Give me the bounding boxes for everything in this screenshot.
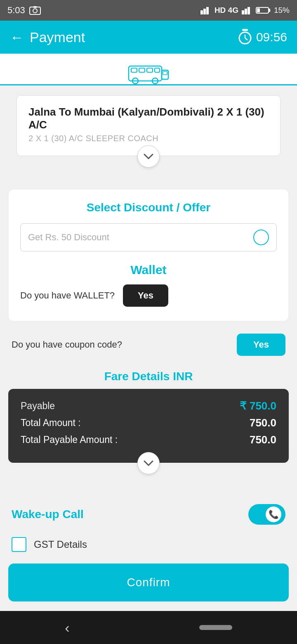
svg-rect-0 xyxy=(30,7,40,14)
wallet-question: Do you have WALLET? xyxy=(20,290,115,301)
wallet-row: Do you have WALLET? Yes xyxy=(20,284,277,307)
gst-checkbox[interactable] xyxy=(12,537,26,552)
discount-input-row[interactable]: Get Rs. 50 Discount xyxy=(20,223,277,251)
fare-payable-label: Payable xyxy=(21,400,55,412)
discount-section: Select Discount / Offer Get Rs. 50 Disco… xyxy=(8,189,289,321)
fare-total-value: 750.0 xyxy=(250,417,276,429)
fare-total-label: Total Amount : xyxy=(21,417,81,429)
header-left: ← Payment xyxy=(10,29,85,45)
journey-expand-button[interactable] xyxy=(137,145,160,168)
svg-rect-19 xyxy=(155,68,160,72)
coupon-question: Do you have coupon code? xyxy=(12,339,122,350)
discount-placeholder: Get Rs. 50 Discount xyxy=(28,232,253,243)
wakeup-label: Wake-up Call xyxy=(12,508,84,521)
svg-rect-10 xyxy=(257,8,260,12)
svg-rect-23 xyxy=(163,71,167,75)
battery-icon xyxy=(256,7,271,14)
fare-payable-row: Payable ₹ 750.0 xyxy=(21,400,276,412)
svg-rect-17 xyxy=(139,68,145,72)
coupon-yes-button[interactable]: Yes xyxy=(237,334,285,356)
toggle-circle: 📞 xyxy=(266,507,281,522)
wakeup-row: Wake-up Call 📞 xyxy=(12,504,285,525)
signal-icon xyxy=(200,6,211,14)
page-title: Payment xyxy=(30,29,85,45)
network-label: HD 4G xyxy=(214,6,238,15)
battery-label: 15% xyxy=(274,6,290,15)
svg-line-14 xyxy=(245,38,248,40)
fare-total-payable-value: 750.0 xyxy=(250,433,276,446)
coupon-row: Do you have coupon code? Yes xyxy=(12,334,285,356)
bottom-nav: ‹ xyxy=(0,611,297,644)
photo-icon xyxy=(29,6,41,15)
svg-rect-18 xyxy=(147,68,153,72)
fare-expand-button[interactable] xyxy=(137,452,160,474)
discount-section-title: Select Discount / Offer xyxy=(20,201,277,214)
fare-total-payable-label: Total Payable Amount : xyxy=(21,434,118,445)
svg-marker-8 xyxy=(248,7,250,14)
fare-total-row: Total Amount : 750.0 xyxy=(21,417,276,429)
gst-label: GST Details xyxy=(34,539,87,550)
confirm-button[interactable]: Confirm xyxy=(8,564,289,601)
bus-icon-area xyxy=(0,54,297,85)
svg-marker-5 xyxy=(206,7,209,14)
svg-rect-2 xyxy=(33,6,37,8)
svg-marker-4 xyxy=(203,9,206,14)
nav-home-pill[interactable] xyxy=(199,625,232,630)
svg-marker-7 xyxy=(245,9,247,14)
signal-icon-2 xyxy=(242,6,252,14)
countdown-timer: 09:56 xyxy=(256,30,287,44)
nav-back-button[interactable]: ‹ xyxy=(65,620,69,636)
app-header: ← Payment 09:56 xyxy=(0,21,297,54)
journey-title: Jalna To Mumbai (Kalyan/Dombivali) 2 X 1… xyxy=(28,106,264,131)
status-left: 5:03 xyxy=(7,5,41,16)
svg-marker-6 xyxy=(242,10,244,14)
svg-rect-16 xyxy=(131,68,137,72)
wallet-yes-button[interactable]: Yes xyxy=(123,284,168,307)
wallet-title: Wallet xyxy=(20,263,277,277)
journey-subtitle: 2 X 1 (30) A/C SLEEPER COACH xyxy=(28,134,269,143)
svg-marker-3 xyxy=(200,10,203,14)
bus-icon xyxy=(128,62,169,84)
wakeup-toggle[interactable]: 📞 xyxy=(248,504,285,525)
phone-icon: 📞 xyxy=(269,509,279,519)
gst-row: GST Details xyxy=(12,537,285,552)
discount-radio-button[interactable] xyxy=(253,230,269,245)
svg-rect-11 xyxy=(269,9,270,12)
svg-rect-12 xyxy=(242,29,248,31)
back-button[interactable]: ← xyxy=(10,29,24,45)
fare-total-payable-row: Total Payable Amount : 750.0 xyxy=(21,433,276,446)
timer-icon xyxy=(238,29,252,45)
fare-payable-value: ₹ 750.0 xyxy=(240,400,276,412)
header-right: 09:56 xyxy=(238,29,287,45)
status-bar: 5:03 HD 4G 15% xyxy=(0,0,297,21)
status-right: HD 4G 15% xyxy=(200,6,290,15)
fare-section-title: Fare Details INR xyxy=(0,370,297,383)
status-time: 5:03 xyxy=(7,5,25,16)
svg-point-1 xyxy=(33,9,37,13)
